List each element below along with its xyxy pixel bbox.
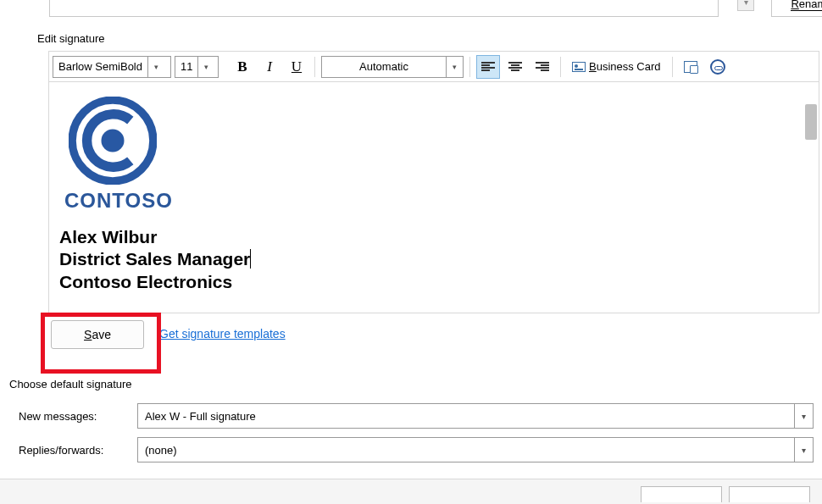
bold-button[interactable]: B: [230, 55, 254, 79]
chevron-down-icon: ▾: [794, 404, 813, 428]
font-size-select[interactable]: 11 ▾: [175, 56, 219, 78]
font-color-select[interactable]: Automatic ▾: [321, 56, 464, 78]
chevron-down-icon: ▾: [446, 57, 463, 77]
save-button[interactable]: Save: [51, 320, 144, 349]
business-card-icon: [572, 62, 586, 72]
align-right-button[interactable]: [530, 55, 554, 79]
replies-forwards-label: Replies/forwards:: [19, 444, 137, 457]
business-card-button[interactable]: Business Card: [567, 55, 666, 79]
signature-name-input[interactable]: [49, 0, 719, 17]
signature-editor[interactable]: CONTOSO Alex Wilbur District Sales Manag…: [48, 81, 819, 313]
contoso-logo-icon: [66, 94, 159, 187]
separator: [314, 57, 315, 77]
dialog-button-2[interactable]: [729, 486, 810, 502]
scrollbar-thumb[interactable]: [805, 104, 817, 140]
font-color-value: Automatic: [322, 60, 446, 73]
get-templates-link[interactable]: Get signature templates: [159, 327, 286, 341]
chevron-down-icon: ▾: [147, 57, 164, 77]
link-icon: [710, 59, 725, 75]
dialog-button-bar: [0, 479, 822, 504]
dropdown-button[interactable]: ▾: [737, 0, 754, 11]
format-toolbar: Barlow SemiBold ▾ 11 ▾ B I U Automatic ▾…: [48, 51, 819, 81]
picture-icon: [684, 61, 697, 73]
align-center-button[interactable]: [503, 55, 527, 79]
chevron-down-icon: ▾: [794, 438, 813, 462]
signature-name: Alex Wilbur: [59, 226, 802, 248]
separator: [560, 57, 561, 77]
italic-button[interactable]: I: [258, 55, 281, 79]
signature-company: Contoso Electronics: [59, 271, 802, 293]
svg-point-1: [101, 129, 124, 152]
align-left-button[interactable]: [476, 55, 500, 79]
replies-forwards-select[interactable]: (none) ▾: [137, 437, 814, 462]
edit-signature-label: Edit signature: [37, 32, 105, 45]
align-right-icon: [536, 62, 549, 72]
underline-button[interactable]: U: [285, 55, 308, 79]
rename-button[interactable]: Rename: [771, 0, 822, 17]
chevron-down-icon: ▾: [197, 57, 214, 77]
logo-text: CONTOSO: [64, 189, 802, 213]
font-name-value: Barlow SemiBold: [53, 60, 147, 73]
insert-link-button[interactable]: [706, 55, 730, 79]
align-center-icon: [508, 62, 522, 72]
font-name-select[interactable]: Barlow SemiBold ▾: [53, 56, 171, 78]
new-messages-value: Alex W - Full signature: [138, 410, 794, 423]
separator: [469, 57, 470, 77]
insert-picture-button[interactable]: [679, 55, 703, 79]
new-messages-label: New messages:: [19, 410, 137, 423]
align-left-icon: [481, 62, 495, 72]
new-messages-select[interactable]: Alex W - Full signature ▾: [137, 403, 814, 429]
replies-forwards-value: (none): [138, 444, 794, 457]
dialog-button-1[interactable]: [641, 486, 722, 502]
separator: [672, 57, 673, 77]
font-size-value: 11: [175, 60, 197, 73]
choose-default-label: Choose default signature: [9, 378, 132, 390]
signature-title: District Sales Manager: [59, 248, 802, 270]
